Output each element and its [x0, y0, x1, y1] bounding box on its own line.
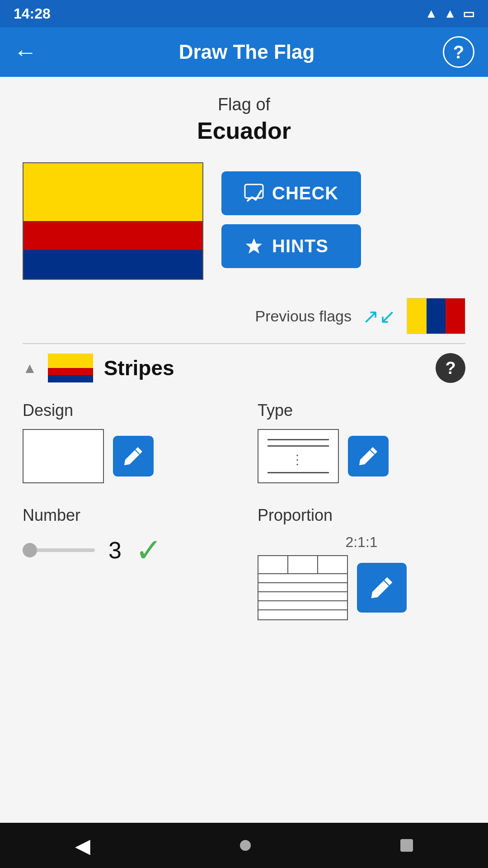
- type-line-3: [267, 472, 329, 473]
- design-preview: [23, 429, 104, 483]
- check-icon: [244, 184, 264, 203]
- design-type-row: Design Type ⋮: [23, 401, 465, 483]
- flag-stripe-blue: [23, 250, 202, 279]
- main-content: Flag of Ecuador CHECK HINTS: [0, 77, 488, 823]
- proportion-diagram: [258, 555, 348, 620]
- app-bar: ← Draw The Flag ?: [0, 27, 488, 77]
- back-button[interactable]: ←: [14, 38, 37, 66]
- proportion-label: Proportion: [258, 506, 465, 525]
- mini-flag-blue: [427, 298, 446, 334]
- type-line-2: [267, 445, 329, 447]
- stripes-section: ▲ Stripes ? Design: [23, 353, 465, 620]
- flag-buttons-row: CHECK HINTS: [23, 162, 465, 280]
- type-label: Type: [258, 401, 465, 420]
- flag-header: Flag of Ecuador: [23, 95, 465, 144]
- stripes-mini-red: [48, 368, 93, 375]
- hints-label: HINTS: [272, 236, 328, 256]
- proportion-edit-button[interactable]: [357, 563, 407, 613]
- battery-icon: ▭: [463, 6, 474, 21]
- prop-row-4: [258, 592, 347, 601]
- number-proportion-row: Number 3 ✓ Proportion 2:1:1: [23, 506, 465, 620]
- prop-row-6: [258, 610, 347, 619]
- check-label: CHECK: [272, 183, 338, 203]
- previous-flags-row: Previous flags ↗↙: [23, 298, 465, 334]
- number-column: Number 3 ✓: [23, 506, 230, 620]
- design-inner: [23, 429, 230, 483]
- expand-arrows-icon[interactable]: ↗↙: [362, 305, 396, 328]
- app-title: Draw The Flag: [51, 41, 443, 63]
- mini-flag-red: [446, 298, 465, 334]
- number-label: Number: [23, 506, 230, 525]
- hints-button[interactable]: HINTS: [221, 224, 361, 268]
- type-edit-button[interactable]: [348, 436, 389, 476]
- help-button[interactable]: ?: [443, 36, 474, 68]
- country-name: Ecuador: [23, 117, 465, 144]
- design-edit-button[interactable]: [113, 436, 154, 476]
- check-button[interactable]: CHECK: [221, 171, 361, 215]
- prop-row-3: [258, 583, 347, 592]
- stripes-mini-yellow: [48, 354, 93, 368]
- nav-recents-button[interactable]: [400, 839, 413, 852]
- svg-marker-1: [246, 238, 262, 254]
- prop-row-2: [258, 574, 347, 583]
- type-line-1: [267, 439, 329, 440]
- prop-row-1: [258, 556, 347, 574]
- pencil-icon-2: [357, 445, 379, 467]
- type-preview: ⋮: [258, 429, 339, 483]
- nav-back-button[interactable]: ◀: [75, 834, 90, 857]
- flag-of-label: Flag of: [23, 95, 465, 114]
- flag-stripe-yellow: [23, 163, 202, 221]
- pencil-icon-3: [369, 575, 394, 600]
- design-column: Design: [23, 401, 230, 483]
- section-divider: [23, 343, 465, 344]
- proportion-ratio: 2:1:1: [258, 534, 465, 551]
- previous-flag-thumbnail[interactable]: [407, 298, 465, 334]
- design-label: Design: [23, 401, 230, 420]
- status-bar: 14:28 ▲ ▲ ▭: [0, 0, 488, 27]
- proportion-column: Proportion 2:1:1: [258, 506, 465, 620]
- number-inner: 3 ✓: [23, 534, 230, 566]
- type-inner: ⋮: [258, 429, 465, 483]
- bottom-navigation: ◀: [0, 823, 488, 868]
- stripes-help-button[interactable]: ?: [436, 353, 465, 383]
- time-display: 14:28: [14, 5, 51, 22]
- number-checkmark-icon: ✓: [135, 534, 162, 566]
- signal-icon: ▲: [444, 6, 456, 21]
- mini-flag-yellow: [407, 298, 427, 334]
- proportion-inner: [258, 555, 465, 620]
- number-slider[interactable]: [23, 548, 95, 552]
- stripes-mini-flag: [48, 354, 93, 382]
- slider-thumb[interactable]: [23, 543, 37, 557]
- pencil-icon: [122, 445, 144, 467]
- nav-home-button[interactable]: [240, 840, 251, 851]
- flag-stripe-red: [23, 221, 202, 250]
- action-buttons: CHECK HINTS: [221, 162, 361, 268]
- status-icons: ▲ ▲ ▭: [425, 6, 474, 21]
- type-dots: ⋮: [267, 452, 329, 467]
- stripes-header: ▲ Stripes ?: [23, 353, 465, 383]
- previous-flags-label: Previous flags: [255, 307, 352, 325]
- wifi-icon: ▲: [425, 6, 438, 21]
- collapse-icon[interactable]: ▲: [23, 360, 37, 377]
- number-value: 3: [108, 537, 122, 564]
- stripes-mini-blue: [48, 375, 93, 382]
- star-icon: [244, 236, 264, 256]
- ecuador-flag: [23, 162, 203, 280]
- type-column: Type ⋮: [258, 401, 465, 483]
- stripes-title: Stripes: [104, 356, 425, 380]
- prop-row-5: [258, 601, 347, 610]
